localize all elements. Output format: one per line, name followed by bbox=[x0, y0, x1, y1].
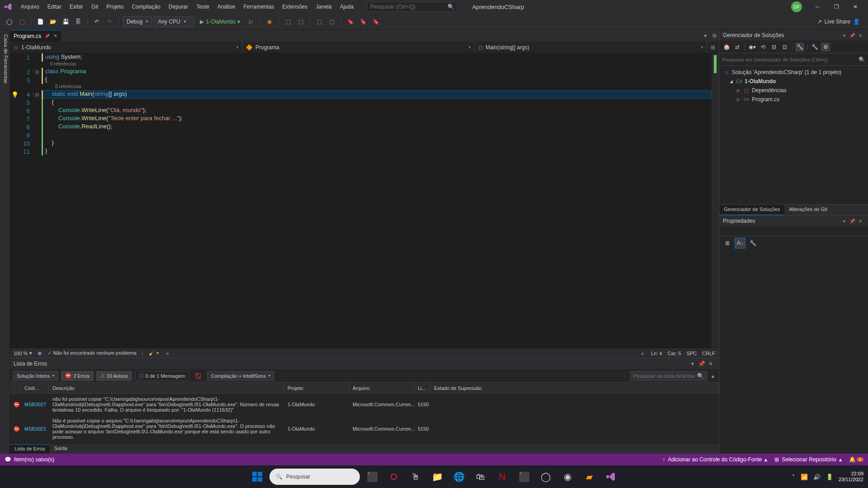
chevron-down-icon[interactable]: ◢ bbox=[728, 79, 734, 84]
preview-changes-icon[interactable]: ◉▾ bbox=[748, 42, 757, 52]
nav-fwd-icon[interactable]: ◯ bbox=[16, 16, 27, 27]
panel-dropdown-icon[interactable]: ▾ bbox=[840, 219, 848, 224]
new-item-icon[interactable]: 📄 bbox=[35, 16, 46, 27]
live-share-button[interactable]: ↗ Live Share 👤 bbox=[813, 19, 864, 25]
task-view-icon[interactable]: ⬛ bbox=[363, 467, 382, 486]
minimize-button[interactable]: ─ bbox=[808, 0, 826, 13]
project-node[interactable]: ◢ C# 1-OlaMundo bbox=[719, 77, 868, 86]
menu-analise[interactable]: Análise bbox=[214, 2, 239, 12]
undo-icon[interactable]: ↶ bbox=[91, 16, 102, 27]
split-editor-icon[interactable]: ⊞ bbox=[707, 42, 719, 53]
clear-filters-icon[interactable]: 🚫 bbox=[192, 373, 204, 379]
tab-git-changes[interactable]: Alterações do Git bbox=[784, 205, 831, 215]
open-icon[interactable]: 📂 bbox=[47, 16, 58, 27]
property-pages-icon[interactable]: 🔧 bbox=[747, 238, 758, 249]
categorized-icon[interactable]: ⊞ bbox=[722, 238, 733, 249]
refresh-icon[interactable]: ◉ bbox=[38, 350, 42, 356]
col-file[interactable]: Arquivo bbox=[349, 383, 414, 393]
store-icon[interactable]: 🛍 bbox=[471, 467, 490, 486]
menu-extensoes[interactable]: Extensões bbox=[278, 2, 311, 12]
code-editor[interactable]: 12⊟3💡4⊟567891011 using System; 0 referên… bbox=[10, 53, 719, 348]
redo-icon[interactable]: ↷ bbox=[104, 16, 115, 27]
pin-icon[interactable]: 📌 bbox=[45, 34, 50, 38]
solution-search-input[interactable] bbox=[722, 57, 859, 62]
col-supp[interactable]: Estado de Supressão bbox=[430, 383, 719, 393]
chevron-right-icon[interactable]: ▷ bbox=[736, 88, 741, 93]
chevron-right-icon[interactable]: ▷ bbox=[736, 97, 741, 102]
save-icon[interactable]: 💾 bbox=[60, 16, 71, 27]
feedback-icon[interactable]: 👤 bbox=[853, 19, 860, 25]
error-search-input[interactable] bbox=[633, 373, 697, 379]
global-search[interactable]: 🔍 bbox=[367, 2, 458, 12]
error-scope-dropdown[interactable]: Solução Inteira bbox=[13, 371, 58, 381]
sync-icon[interactable]: ⟲ bbox=[759, 42, 768, 52]
nav-class-dropdown[interactable]: 🔶 Programa bbox=[242, 42, 475, 53]
switch-views-icon[interactable]: ⇄ bbox=[733, 42, 742, 52]
dell-icon[interactable]: ◯ bbox=[536, 467, 555, 486]
tabs-settings-icon[interactable]: ⚙ bbox=[710, 30, 719, 42]
solution-root[interactable]: ▣ Solução 'AprendendoCSharp' (1 de 1 pro… bbox=[719, 68, 868, 77]
edge-icon[interactable]: 🌐 bbox=[449, 467, 468, 486]
menu-teste[interactable]: Teste bbox=[193, 2, 213, 12]
add-source-control[interactable]: ↑ Adicionar ao Controle do Código-Fonte … bbox=[662, 456, 767, 463]
panel-close-icon[interactable]: ✕ bbox=[856, 33, 864, 38]
close-tab-icon[interactable]: ✕ bbox=[53, 33, 57, 39]
opera-icon[interactable]: O bbox=[384, 467, 403, 486]
spotify-icon[interactable]: ◉ bbox=[558, 467, 577, 486]
file-node-program[interactable]: ▷ C# Program.cs bbox=[719, 95, 868, 104]
messages-toggle[interactable]: ⓘ0 de 1 Mensagem bbox=[135, 371, 189, 381]
menu-compilacao[interactable]: Compilação bbox=[128, 2, 164, 12]
wifi-icon[interactable]: 📶 bbox=[801, 474, 808, 480]
scroll-left-icon[interactable]: ◄ bbox=[165, 351, 170, 356]
errors-toggle[interactable]: ⛔2 Erros bbox=[61, 371, 93, 381]
cleanup-icon[interactable]: 🧹 ▾ bbox=[149, 350, 159, 356]
explorer-icon[interactable]: 📁 bbox=[428, 467, 447, 486]
panel-pin-icon[interactable]: 📌 bbox=[848, 33, 856, 38]
global-search-input[interactable] bbox=[370, 4, 448, 10]
settings-icon[interactable]: ⚙ bbox=[821, 42, 830, 52]
menu-janela[interactable]: Janela bbox=[312, 2, 335, 12]
preview-icon[interactable]: 🔧 bbox=[810, 42, 819, 52]
properties-object-dropdown[interactable] bbox=[719, 226, 868, 236]
nav-back-icon[interactable]: ◯ bbox=[4, 16, 14, 27]
properties-icon[interactable]: 🔧 bbox=[795, 42, 804, 52]
panel-pin-icon[interactable]: 📌 bbox=[848, 219, 856, 224]
warnings-toggle[interactable]: ⚠10 Avisos bbox=[96, 371, 132, 381]
zoom-dropdown[interactable]: 100 % ▾ bbox=[14, 350, 32, 356]
battery-icon[interactable]: 🔋 bbox=[826, 474, 833, 480]
save-all-icon[interactable]: 🗄 bbox=[73, 16, 84, 27]
line-col-ln[interactable]: Ln: 4 bbox=[651, 351, 662, 356]
minecraft-icon[interactable]: ⬛ bbox=[514, 467, 533, 486]
error-scroll-up-icon[interactable]: ▴ bbox=[710, 373, 716, 379]
volume-icon[interactable]: 🔊 bbox=[813, 474, 821, 480]
config-dropdown[interactable]: Debug bbox=[123, 16, 152, 27]
scroll-right-icon[interactable]: ► bbox=[641, 351, 646, 356]
bookmark-next-icon[interactable]: 🔖 bbox=[370, 16, 381, 27]
taskbar-clock[interactable]: 22:09 23/11/2022 bbox=[839, 471, 863, 483]
col-icon[interactable] bbox=[10, 383, 21, 393]
notifications[interactable]: 🔔 2 bbox=[849, 456, 863, 463]
toolbox-panel-tab[interactable]: Caixa de Ferramentas bbox=[0, 30, 10, 454]
panel-pin-icon[interactable]: 📌 bbox=[697, 361, 706, 367]
line-col-car[interactable]: Car: 5 bbox=[668, 351, 681, 356]
menu-editar[interactable]: Editar bbox=[44, 2, 65, 12]
maximize-button[interactable]: ❐ bbox=[827, 0, 845, 13]
panel-dropdown-icon[interactable]: ▾ bbox=[840, 33, 848, 38]
panel-dropdown-icon[interactable]: ▾ bbox=[688, 361, 697, 367]
error-row[interactable]: ⛔ MSB3027 não foi possível copiar "C:\Us… bbox=[10, 394, 719, 415]
platform-dropdown[interactable]: Any CPU bbox=[154, 16, 194, 27]
start-without-debug-icon[interactable]: ▷ bbox=[245, 16, 256, 27]
user-avatar[interactable]: GF bbox=[791, 1, 802, 12]
step-over-icon[interactable]: ⬚ bbox=[295, 16, 306, 27]
uncomment-icon[interactable]: ⬚ bbox=[326, 16, 337, 27]
start-debug-button[interactable]: ▶ 1-OlaMundo ▾ bbox=[196, 16, 244, 27]
menu-projeto[interactable]: Projeto bbox=[103, 2, 127, 12]
app-icon[interactable]: 🖱 bbox=[406, 467, 425, 486]
menu-ferramentas[interactable]: Ferramentas bbox=[240, 2, 278, 12]
sublime-icon[interactable]: ▰ bbox=[580, 467, 599, 486]
tab-lista-de-erros[interactable]: Lista de Erros bbox=[10, 444, 50, 454]
comment-icon[interactable]: ⬚ bbox=[314, 16, 325, 27]
menu-depurar[interactable]: Depurar bbox=[165, 2, 192, 12]
tab-saida[interactable]: Saída bbox=[50, 444, 72, 454]
line-ending[interactable]: CRLF bbox=[702, 351, 715, 356]
